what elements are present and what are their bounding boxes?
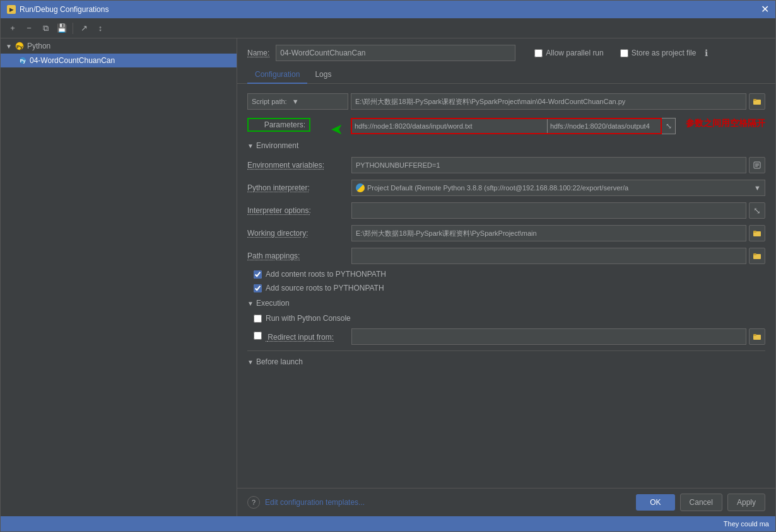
- tabs-row: Configuration Logs: [237, 66, 775, 84]
- green-arrow-annotation: ➤: [331, 120, 343, 138]
- apply-button[interactable]: Apply: [727, 494, 765, 511]
- add-source-roots-row: Add source roots to PYTHONPATH: [237, 281, 775, 295]
- path-mappings-row: Path mappings:: [237, 245, 775, 267]
- path-mappings-input[interactable]: [351, 248, 746, 264]
- ok-button[interactable]: OK: [636, 494, 674, 511]
- execution-section-header[interactable]: ▼ Execution: [237, 295, 775, 311]
- config-item-icon: Py: [18, 56, 27, 65]
- store-as-project-container: Store as project file: [620, 49, 697, 57]
- svg-text:Py: Py: [20, 59, 26, 64]
- run-with-console-checkbox[interactable]: [254, 315, 262, 323]
- sidebar-group-python[interactable]: ▼ Py Python: [1, 38, 237, 54]
- python-group-label: Python: [27, 42, 50, 50]
- run-with-console-row: Run with Python Console: [237, 311, 775, 325]
- toolbar: + − ⧉ 💾 ↗ ↕: [1, 18, 775, 38]
- parameters-label: Parameters:: [247, 118, 310, 132]
- run-debug-dialog: ▶ Run/Debug Configurations ✕ + − ⧉ 💾 ↗ ↕…: [0, 0, 776, 532]
- main-content: ▼ Py Python Py 04-WordCountChuanCan: [1, 38, 775, 516]
- parameters-box: [351, 118, 662, 134]
- execution-collapse-icon: ▼: [247, 300, 254, 307]
- env-vars-container: [351, 157, 765, 173]
- working-directory-browse-button[interactable]: [749, 225, 765, 241]
- redirect-input-input[interactable]: [351, 328, 746, 345]
- parameters-inputs-row: ⤡: [351, 118, 676, 134]
- interpreter-select[interactable]: Project Default (Remote Python 3.8.8 (sf…: [351, 180, 765, 196]
- environment-section-header[interactable]: ▼ Environment: [237, 137, 775, 154]
- bottom-panel: ? Edit configuration templates... OK Can…: [237, 488, 775, 516]
- add-config-button[interactable]: +: [6, 21, 20, 35]
- params-expand-button[interactable]: ⤡: [662, 118, 676, 134]
- cancel-button[interactable]: Cancel: [680, 494, 722, 511]
- path-mappings-container: [351, 248, 765, 264]
- python-interpreter-row: Python interpreter: Project Default (Rem…: [237, 176, 775, 199]
- working-directory-row: Working directory:: [237, 222, 775, 245]
- tab-configuration[interactable]: Configuration: [247, 66, 307, 84]
- script-path-browse-button[interactable]: [749, 93, 765, 110]
- env-vars-edit-button[interactable]: [749, 157, 765, 173]
- store-as-project-checkbox[interactable]: [620, 49, 628, 57]
- copy-config-button[interactable]: ⧉: [38, 21, 52, 35]
- before-launch-section-header[interactable]: ▼ Before launch: [237, 354, 775, 370]
- env-vars-input[interactable]: [351, 157, 746, 173]
- interpreter-options-container: ⤡: [351, 202, 765, 219]
- share-config-button[interactable]: ↗: [77, 21, 91, 35]
- working-directory-input[interactable]: [351, 225, 746, 241]
- store-as-project-label: Store as project file: [632, 49, 697, 57]
- folder-icon-3: [753, 252, 761, 260]
- run-icon: ▶: [7, 5, 16, 14]
- add-content-roots-label: Add content roots to PYTHONPATH: [266, 270, 386, 279]
- params-input-1[interactable]: [352, 119, 547, 133]
- title-bar: ▶ Run/Debug Configurations ✕: [1, 1, 775, 18]
- before-launch-section-title: Before launch: [256, 357, 303, 366]
- script-path-row: Script path: ▼: [237, 90, 775, 113]
- info-icon: ℹ: [705, 48, 708, 58]
- edit-templates-link[interactable]: Edit configuration templates...: [265, 498, 365, 507]
- help-button[interactable]: ?: [247, 496, 260, 509]
- script-path-dropdown-icon: ▼: [292, 98, 299, 105]
- folder-icon: [753, 97, 761, 106]
- allow-parallel-label: Allow parallel run: [546, 49, 603, 57]
- folder-icon-2: [753, 229, 761, 238]
- script-path-selector[interactable]: Script path: ▼: [247, 93, 348, 110]
- path-mappings-label: Path mappings:: [247, 252, 351, 260]
- tab-logs[interactable]: Logs: [307, 66, 339, 84]
- close-button[interactable]: ✕: [761, 4, 769, 14]
- svg-rect-13: [753, 253, 756, 255]
- name-input[interactable]: [276, 45, 515, 61]
- interpreter-options-expand-button[interactable]: ⤡: [749, 202, 765, 219]
- params-input-2[interactable]: [547, 119, 661, 133]
- redirect-input-row: Redirect input from:: [237, 325, 775, 348]
- interpreter-options-input[interactable]: [351, 202, 746, 219]
- config-content: Script path: ▼: [237, 84, 775, 488]
- interpreter-value: Project Default (Remote Python 3.8.8 (sf…: [367, 184, 751, 192]
- allow-parallel-container: Allow parallel run: [534, 49, 603, 57]
- svg-rect-15: [753, 334, 756, 336]
- config-item-label: 04-WordCountChuanCan: [30, 56, 115, 65]
- before-launch-collapse-icon: ▼: [247, 359, 254, 366]
- python-interpreter-label: Python interpreter:: [247, 183, 351, 192]
- interpreter-options-label: Interpreter options:: [247, 206, 351, 215]
- redirect-input-browse-button[interactable]: [749, 328, 765, 345]
- remove-config-button[interactable]: −: [22, 21, 36, 35]
- allow-parallel-checkbox[interactable]: [534, 49, 543, 57]
- script-path-input[interactable]: [351, 93, 746, 110]
- dialog-title: Run/Debug Configurations: [20, 5, 109, 14]
- sort-config-button[interactable]: ↕: [93, 21, 107, 35]
- interpreter-container: Project Default (Remote Python 3.8.8 (sf…: [351, 180, 765, 196]
- save-config-button[interactable]: 💾: [55, 21, 69, 35]
- path-mappings-browse-button[interactable]: [749, 248, 765, 264]
- add-content-roots-row: Add content roots to PYTHONPATH: [237, 267, 775, 281]
- add-source-roots-checkbox[interactable]: [254, 284, 262, 292]
- parameters-row: Parameters: ⤡ 参数之间用空格隔开 ➤: [237, 113, 775, 137]
- chevron-down-icon: ▼: [6, 43, 12, 50]
- svg-text:Py: Py: [16, 44, 23, 50]
- redirect-input-label: Redirect input from:: [247, 332, 351, 342]
- sidebar-item-wordcount[interactable]: Py 04-WordCountChuanCan: [1, 54, 237, 67]
- interpreter-dropdown-icon: ▼: [754, 184, 761, 192]
- add-content-roots-checkbox[interactable]: [254, 270, 262, 279]
- redirect-input-checkbox[interactable]: [254, 332, 262, 340]
- title-bar-left: ▶ Run/Debug Configurations: [7, 5, 109, 14]
- svg-rect-11: [753, 231, 756, 233]
- parameters-content: ⤡: [351, 118, 676, 134]
- add-source-roots-label: Add source roots to PYTHONPATH: [266, 284, 384, 292]
